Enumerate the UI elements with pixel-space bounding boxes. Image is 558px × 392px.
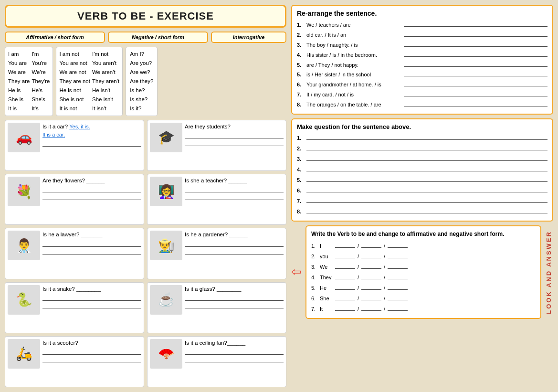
negative-short-col: I'm not You aren't We aren't They aren't…	[92, 50, 119, 113]
make-question-title: Make question for the sentence above.	[297, 123, 547, 130]
interrogative-col: Am I? Are you? Are we? Are they? Is he? …	[130, 50, 153, 113]
qa-text-scooter: Is it a scooter?	[42, 339, 141, 363]
qa-item-gardener: 👨‍🌾 Is he a gardener? ______	[147, 228, 286, 279]
neg-long-5: He is not	[59, 86, 90, 95]
negative-header: Negative / short form	[108, 32, 208, 43]
side-label-text: LOOK AND ANSWER	[546, 231, 552, 314]
gardener-answer-line2	[185, 248, 284, 254]
make-question-list: 1. 2. 3. 4. 5. 6. 7. 8.	[297, 133, 547, 217]
ceiling-fan-answer-line2	[185, 356, 284, 362]
interr-5: Is he?	[130, 86, 153, 95]
qa-grid: 🚗 Is it a car? Yes, it is. It is a car. …	[5, 120, 286, 387]
affirmative-short-col: I'm You're We're They're He's She's It's	[32, 50, 50, 113]
look-item-1: 1. I / /	[311, 241, 536, 251]
aff-long-6: She is	[8, 95, 30, 104]
neg-long-7: It is not	[59, 104, 90, 113]
rearrange-item-7: 7. It / my card. / not / is	[297, 90, 547, 100]
glass-image: ☕	[150, 285, 182, 315]
left-arrow-icon: ⇦	[291, 265, 302, 279]
qa-question-flowers: Are they flowers? ______	[42, 177, 141, 185]
aff-short-3: We're	[32, 68, 50, 77]
scooter-answer-line2	[42, 356, 141, 362]
answer-yes-car: Yes, it is.	[69, 124, 90, 129]
rearrange-answer-3	[404, 40, 547, 47]
rearrange-list: 1. We / teachers / are 2. old car. / It …	[297, 20, 547, 110]
look-answer-box: Write the Verb to be and change to affir…	[305, 225, 541, 319]
flowers-answer-line2	[42, 193, 141, 200]
aff-long-2: You are	[8, 59, 30, 68]
answer-full-car: It is a car.	[42, 131, 141, 139]
make-q-4: 4.	[297, 164, 547, 175]
look-item-2: 2. you / /	[311, 251, 536, 262]
neg-long-3: We are not	[59, 68, 90, 77]
rearrange-answer-4	[404, 50, 547, 57]
scooter-answer-line1	[42, 348, 141, 355]
neg-long-2: You are not	[59, 59, 90, 68]
qa-text-teacher: Is she a teacher? ______	[185, 177, 284, 201]
make-q-1: 1.	[297, 133, 547, 143]
look-answer-area: ⇦ Write the Verb to be and change to aff…	[291, 225, 553, 319]
lawyer-answer-line2	[42, 248, 141, 254]
side-label-container: LOOK AND ANSWER	[544, 225, 553, 319]
rearrange-answer-1	[404, 20, 547, 27]
make-q-7: 7.	[297, 196, 547, 206]
interrogative-block: Am I? Are you? Are we? Are they? Is he? …	[126, 47, 158, 116]
students-answer-line2	[185, 139, 284, 146]
aff-short-4: They're	[32, 77, 50, 86]
lawyer-answer-line1	[42, 240, 141, 247]
car-answer-line	[42, 140, 141, 147]
qa-question-students: Are they students?	[185, 123, 284, 131]
neg-short-1: I'm not	[92, 50, 119, 59]
qa-item-car: 🚗 Is it a car? Yes, it is. It is a car.	[5, 120, 144, 171]
qa-item-students: 🎓 Are they students?	[147, 120, 286, 171]
rearrange-title: Re-arrange the sentence.	[297, 10, 547, 17]
lawyer-image: 👨‍⚕️	[8, 231, 40, 260]
flowers-image: 💐	[8, 177, 40, 206]
qa-text-students: Are they students?	[185, 123, 284, 147]
students-image: 🎓	[150, 123, 182, 152]
qa-question-car: Is it a car? Yes, it is.	[42, 123, 141, 131]
make-q-5: 5.	[297, 175, 547, 185]
neg-short-6: She isn't	[92, 95, 119, 104]
negative-block: I am not You are not We are not They are…	[56, 47, 123, 116]
make-q-8: 8.	[297, 206, 547, 217]
qa-text-glass: Is it a glass? ________	[185, 285, 284, 309]
look-item-3: 3. We / /	[311, 262, 536, 272]
make-q-3: 3.	[297, 154, 547, 164]
rearrange-answer-5a	[404, 60, 547, 67]
glass-answer-line1	[185, 294, 284, 301]
snake-answer-line1	[42, 294, 141, 301]
rearrange-item-6: 6. Your grandmother / at home. / is	[297, 80, 547, 90]
qa-text-gardener: Is he a gardener? ______	[185, 231, 284, 255]
make-q-2: 2.	[297, 143, 547, 154]
aff-long-7: It is	[8, 104, 30, 113]
rearrange-answer-6	[404, 80, 547, 86]
teacher-answer-line2	[185, 193, 284, 200]
qa-question-ceiling-fan: Is it a ceiling fan?______	[185, 339, 284, 347]
neg-short-5: He isn't	[92, 86, 119, 95]
interr-4: Are they?	[130, 77, 153, 86]
scooter-image: 🛵	[8, 339, 40, 369]
qa-item-lawyer: 👨‍⚕️ Is he a lawyer? _______	[5, 228, 144, 279]
make-q-6: 6.	[297, 185, 547, 196]
neg-short-2: You aren't	[92, 59, 119, 68]
qa-item-scooter: 🛵 Is it a scooter?	[5, 336, 144, 387]
ceiling-fan-image: 🪭	[150, 339, 182, 369]
title-box: VERB TO BE - EXERCISE	[5, 5, 286, 28]
qa-question-glass: Is it a glass? ________	[185, 285, 284, 293]
qa-item-glass: ☕ Is it a glass? ________	[147, 282, 286, 333]
qa-text-ceiling-fan: Is it a ceiling fan?______	[185, 339, 284, 363]
interr-7: Is it?	[130, 104, 153, 113]
aff-short-1: I'm	[32, 50, 50, 59]
rearrange-item-3: 3. The boy / naughty. / is	[297, 40, 547, 50]
qa-item-flowers: 💐 Are they flowers? ______	[5, 174, 144, 225]
rearrange-item-5a: 5. are / They / not happy.	[297, 60, 547, 70]
affirmative-header: Affirmative / short form	[5, 32, 105, 43]
interr-2: Are you?	[130, 59, 153, 68]
neg-long-4: They are not	[59, 77, 90, 86]
qa-question-lawyer: Is he a lawyer? _______	[42, 231, 141, 239]
teacher-answer-line1	[185, 186, 284, 192]
rearrange-answer-7	[404, 90, 547, 96]
aff-short-7: It's	[32, 104, 50, 113]
look-answer-list: 1. I / / 2. you / /	[311, 241, 536, 314]
